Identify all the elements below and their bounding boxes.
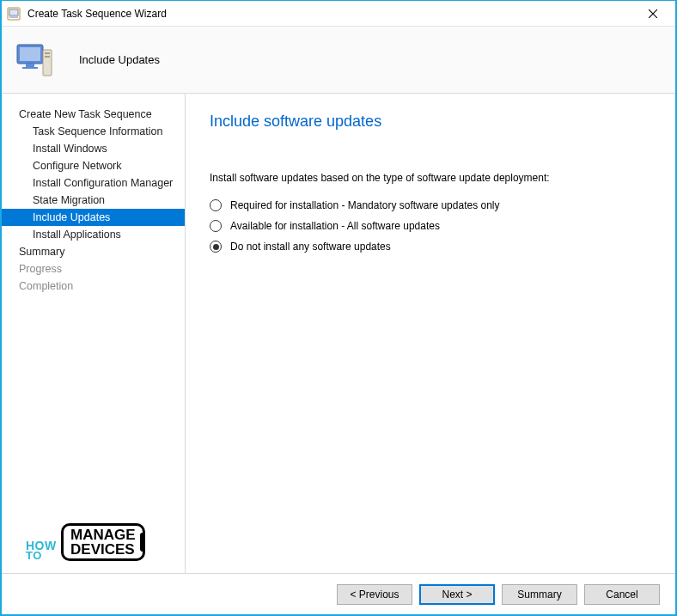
option-required-for-installation[interactable]: Required for installation - Mandatory so… bbox=[210, 199, 651, 211]
summary-button[interactable]: Summary bbox=[502, 584, 577, 605]
logo-to: TO bbox=[26, 551, 57, 561]
nav-configure-network[interactable]: Configure Network bbox=[2, 157, 185, 174]
header-page-name: Include Updates bbox=[79, 53, 160, 66]
nav-create-new-task-sequence[interactable]: Create New Task Sequence bbox=[2, 106, 185, 123]
close-button[interactable] bbox=[636, 2, 670, 26]
page-heading: Include software updates bbox=[210, 113, 651, 131]
nav-state-migration[interactable]: State Migration bbox=[2, 192, 185, 209]
sidebar: Create New Task Sequence Task Sequence I… bbox=[2, 94, 186, 573]
option-available-for-installation[interactable]: Available for installation - All softwar… bbox=[210, 220, 651, 232]
intro-text: Install software updates based on the ty… bbox=[210, 172, 651, 184]
nav-install-applications[interactable]: Install Applications bbox=[2, 226, 185, 243]
svg-rect-1 bbox=[9, 9, 18, 15]
radio-icon bbox=[210, 220, 222, 232]
titlebar: Create Task Sequence Wizard bbox=[2, 1, 675, 27]
next-button[interactable]: Next > bbox=[419, 584, 495, 605]
content-pane: Include software updates Install softwar… bbox=[186, 94, 675, 573]
svg-rect-8 bbox=[22, 67, 38, 69]
footer: < Previous Next > Summary Cancel bbox=[2, 573, 675, 614]
radio-icon bbox=[210, 199, 222, 211]
svg-rect-6 bbox=[20, 47, 40, 61]
logo-manage: MANAGE bbox=[70, 528, 136, 542]
option-label: Do not install any software updates bbox=[230, 241, 391, 253]
option-do-not-install[interactable]: Do not install any software updates bbox=[210, 241, 651, 253]
svg-rect-11 bbox=[45, 56, 50, 58]
nav-install-windows[interactable]: Install Windows bbox=[2, 140, 185, 157]
logo-devices: DEVICES bbox=[70, 542, 136, 557]
nav-progress: Progress bbox=[2, 260, 185, 278]
app-icon bbox=[7, 7, 21, 21]
nav-install-configuration-manager[interactable]: Install Configuration Manager bbox=[2, 174, 185, 192]
header-band: Include Updates bbox=[2, 27, 675, 94]
svg-rect-10 bbox=[45, 52, 50, 54]
nav-include-updates[interactable]: Include Updates bbox=[2, 209, 185, 226]
nav-completion: Completion bbox=[2, 278, 185, 295]
svg-rect-7 bbox=[26, 64, 34, 67]
close-icon bbox=[649, 9, 657, 18]
option-label: Available for installation - All softwar… bbox=[230, 220, 440, 232]
radio-icon bbox=[210, 241, 222, 253]
window-title: Create Task Sequence Wizard bbox=[27, 8, 636, 20]
monitor-icon bbox=[14, 40, 55, 81]
nav-task-sequence-information[interactable]: Task Sequence Information bbox=[2, 123, 185, 140]
previous-button[interactable]: < Previous bbox=[337, 584, 412, 605]
wizard-body: Create New Task Sequence Task Sequence I… bbox=[2, 94, 675, 573]
nav-summary[interactable]: Summary bbox=[2, 243, 185, 260]
cancel-button[interactable]: Cancel bbox=[584, 584, 660, 605]
watermark-logo: HOW TO MANAGE DEVICES bbox=[26, 523, 145, 561]
option-label: Required for installation - Mandatory so… bbox=[230, 199, 500, 211]
